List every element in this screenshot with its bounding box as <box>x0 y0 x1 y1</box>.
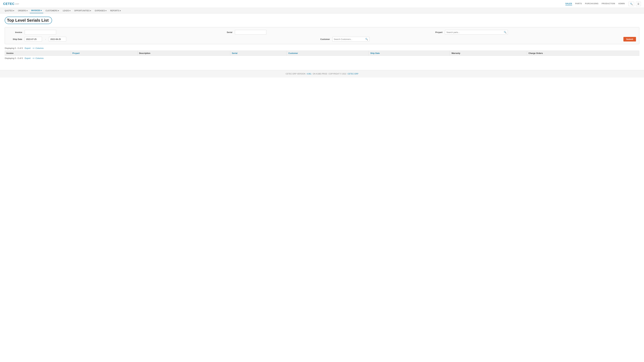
customer-search-box: 🔍 <box>332 37 369 41</box>
serial-label: Serial <box>218 31 232 33</box>
col-header-invoice: Invoice <box>5 51 71 56</box>
sub-nav-item-expenses[interactable]: EXPENSES ▾ <box>93 8 108 13</box>
footer: CETEC ERP VERSION 4.061 ON KUBE-PROD COP… <box>0 70 644 77</box>
displaying-count-top: Displaying 0 - 0 of 0 <box>5 47 23 49</box>
top-nav-icons: 🔍 ☰ <box>628 2 641 6</box>
filter-row-2: Ship Date - Customer 🔍 Submit <box>8 37 636 41</box>
col-header-warranty: Warranty <box>450 51 527 56</box>
submit-button[interactable]: Submit <box>624 37 636 41</box>
displaying-count-bottom: Displaying 0 - 0 of 0 <box>5 57 23 59</box>
serial-group: Serial <box>218 30 426 34</box>
invoice-input[interactable] <box>25 30 56 34</box>
sub-nav-item-orders[interactable]: ORDERS ▾ <box>16 8 29 13</box>
table-header: InvoicePrcpartDescriptionSerialCustomerS… <box>5 51 639 56</box>
filter-row-1: Invoice Serial Prcpart 🔍 <box>8 30 636 34</box>
top-nav-link-production[interactable]: PRODUCTION <box>602 2 615 5</box>
date-separator: - <box>45 38 46 40</box>
sub-nav-item-leads[interactable]: LEADS ▾ <box>61 8 72 13</box>
col-header-prcpart[interactable]: Prcpart <box>71 51 138 56</box>
prcpart-search-box: 🔍 <box>445 30 508 34</box>
shipdate-to-input[interactable] <box>49 37 66 41</box>
page-title: Top Level Serials List <box>5 17 52 24</box>
col-header-customer[interactable]: Customer <box>287 51 369 56</box>
columns-link-top[interactable]: +/- Columns <box>32 47 44 49</box>
columns-link-bottom[interactable]: +/- Columns <box>32 57 44 59</box>
footer-version-label: CETEC ERP VERSION <box>286 73 306 75</box>
sub-nav-item-opportunities[interactable]: OPPORTUNITIES ▾ <box>73 8 92 13</box>
export-link-bottom[interactable]: Export <box>25 57 31 59</box>
sub-nav-item-quotes[interactable]: QUOTES ▾ <box>3 8 16 13</box>
sub-navigation: QUOTES ▾ORDERS ▾INVOICES ▾CUSTOMERS ▾LEA… <box>0 8 644 13</box>
sub-nav-item-reports[interactable]: REPORTS ▾ <box>109 8 122 13</box>
col-header-ship-date[interactable]: Ship Date <box>369 51 450 56</box>
top-nav-link-purchasing[interactable]: PURCHASING <box>585 2 598 5</box>
shipdate-label: Ship Date <box>8 38 22 40</box>
serials-table: InvoicePrcpartDescriptionSerialCustomerS… <box>5 51 639 56</box>
logo: CETEC ERP <box>3 2 19 6</box>
logo-cetec-text: CETEC <box>3 2 14 6</box>
customer-label: Customer <box>316 38 330 40</box>
serial-input[interactable] <box>235 30 266 34</box>
top-nav-link-parts[interactable]: PARTS <box>575 2 582 5</box>
prcpart-label: Prcpart <box>428 31 442 33</box>
col-header-charge-orders: Charge Orders <box>527 51 639 56</box>
page-title-area: Top Level Serials List <box>0 13 644 26</box>
top-navigation: CETEC ERP SALESPARTSPURCHASINGPRODUCTION… <box>0 0 644 8</box>
export-link-top[interactable]: Export <box>25 47 31 49</box>
menu-button[interactable]: ☰ <box>636 2 641 6</box>
invoice-group: Invoice <box>8 30 216 34</box>
shipdate-group: Ship Date - <box>8 37 313 41</box>
customer-group: Customer 🔍 <box>316 37 621 41</box>
col-header-description: Description <box>138 51 230 56</box>
shipdate-from-input[interactable] <box>25 37 42 41</box>
submit-area: Submit <box>624 37 636 41</box>
top-nav-link-sales[interactable]: SALES <box>566 2 572 5</box>
table-area: Displaying 0 - 0 of 0 Export +/- Columns… <box>5 46 639 61</box>
table-meta-bottom: Displaying 0 - 0 of 0 Export +/- Columns <box>5 56 639 61</box>
table-header-row: InvoicePrcpartDescriptionSerialCustomerS… <box>5 51 639 56</box>
footer-server: ON KUBE-PROD <box>313 73 327 75</box>
search-button[interactable]: 🔍 <box>628 2 634 6</box>
col-header-serial[interactable]: Serial <box>230 51 287 56</box>
footer-copyright: COPYRIGHT © 2022 <box>328 73 346 75</box>
logo-erp-text: ERP <box>15 3 19 5</box>
footer-version: 4.061 <box>307 73 312 75</box>
prcpart-input[interactable] <box>445 30 502 34</box>
prcpart-search-button[interactable]: 🔍 <box>502 31 508 33</box>
invoice-label: Invoice <box>8 31 22 33</box>
filter-box: Invoice Serial Prcpart 🔍 Ship Date - Cus… <box>5 27 639 44</box>
top-nav-link-admin[interactable]: ADMIN <box>618 2 625 5</box>
table-meta-top: Displaying 0 - 0 of 0 Export +/- Columns <box>5 46 639 51</box>
sub-nav-item-customers[interactable]: CUSTOMERS ▾ <box>44 8 60 13</box>
footer-brand-link[interactable]: CETEC ERP <box>348 73 358 75</box>
sub-nav-item-invoices[interactable]: INVOICES ▾ <box>30 8 44 13</box>
customer-input[interactable] <box>332 37 364 41</box>
prcpart-group: Prcpart 🔍 <box>428 30 636 34</box>
customer-search-button[interactable]: 🔍 <box>364 38 369 40</box>
top-nav-right: SALESPARTSPURCHASINGPRODUCTIONADMIN 🔍 ☰ <box>566 2 641 6</box>
top-nav-links: SALESPARTSPURCHASINGPRODUCTIONADMIN <box>566 2 625 5</box>
